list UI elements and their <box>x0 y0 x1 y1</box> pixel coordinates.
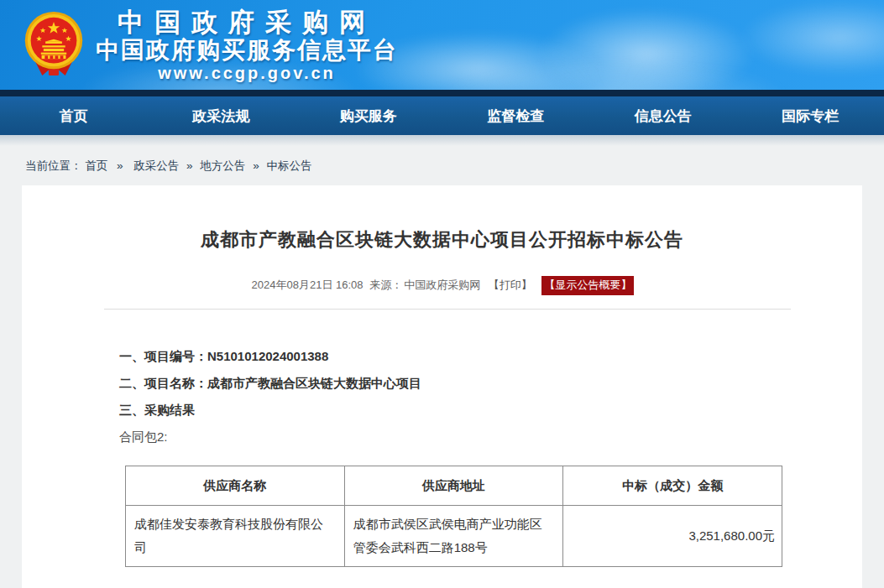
cloud-decoration <box>739 0 884 75</box>
contract-package-label: 合同包2: <box>119 429 862 445</box>
article-meta: 2024年08月21日 16:08 来源：中国政府采购网 【打印】 【显示公告概… <box>22 276 862 295</box>
site-subtitle: 中国政府购买服务信息平台 <box>96 37 398 63</box>
nav-item-international[interactable]: 国际专栏 <box>737 96 884 135</box>
page-title: 成都市产教融合区块链大数据中心项目公开招标中标公告 <box>22 227 862 252</box>
nav-item-supervision[interactable]: 监督检查 <box>442 96 590 135</box>
cell-award-amount: 3,251,680.00元 <box>563 506 782 567</box>
breadcrumb-item-award-notices[interactable]: 中标公告 <box>266 159 311 172</box>
breadcrumb-separator: » <box>186 159 193 172</box>
site-name: 中国政府采购网 <box>96 8 398 37</box>
national-emblem-icon <box>22 9 86 83</box>
cell-supplier-address: 成都市武侯区武侯电商产业功能区管委会武科西二路188号 <box>344 506 563 567</box>
nav-shadow <box>0 135 884 146</box>
cell-supplier-name: 成都佳发安泰教育科技股份有限公司 <box>126 506 345 567</box>
main-navigation: 首页 政采法规 购买服务 监督检查 信息公告 国际专栏 <box>0 96 884 135</box>
breadcrumb-separator: » <box>253 159 259 172</box>
print-button[interactable]: 【打印】 <box>489 278 532 291</box>
article-card: 成都市产教融合区块链大数据中心项目公开招标中标公告 2024年08月21日 16… <box>22 185 862 588</box>
breadcrumb: 当前位置： 首页 » 政采公告 » 地方公告 » 中标公告 <box>0 146 884 185</box>
site-logo[interactable]: 中国政府采购网 中国政府购买服务信息平台 www.ccgp.gov.cn <box>22 8 398 83</box>
source-label: 来源： <box>369 278 402 291</box>
breadcrumb-label: 当前位置： <box>25 159 82 172</box>
table-row: 成都佳发安泰教育科技股份有限公司 成都市武侯区武侯电商产业功能区管委会武科西二路… <box>126 506 782 567</box>
header-supplier-name: 供应商名称 <box>126 466 345 506</box>
show-summary-button[interactable]: 【显示公告概要】 <box>541 276 634 295</box>
publish-datetime: 2024年08月21日 16:08 <box>252 278 364 291</box>
breadcrumb-item-local-notices[interactable]: 地方公告 <box>200 159 245 172</box>
header-award-amount: 中标（成交）金额 <box>563 466 782 506</box>
award-result-table: 供应商名称 供应商地址 中标（成交）金额 成都佳发安泰教育科技股份有限公司 成都… <box>125 466 782 567</box>
header-supplier-address: 供应商地址 <box>344 466 563 506</box>
table-header-row: 供应商名称 供应商地址 中标（成交）金额 <box>126 466 782 506</box>
nav-item-announcements[interactable]: 信息公告 <box>589 96 737 135</box>
nav-item-home[interactable]: 首页 <box>0 96 148 135</box>
project-number-line: 一、项目编号：N5101012024001388 <box>119 348 862 365</box>
breadcrumb-separator: » <box>117 159 123 172</box>
nav-item-purchase-services[interactable]: 购买服务 <box>295 96 442 135</box>
breadcrumb-item-home[interactable]: 首页 <box>85 159 107 172</box>
nav-item-regulations[interactable]: 政采法规 <box>148 96 296 135</box>
nav-top-strip <box>0 90 884 96</box>
source-name: 中国政府采购网 <box>404 278 480 291</box>
project-name-line: 二、项目名称：成都市产教融合区块链大数据中心项目 <box>119 375 862 392</box>
breadcrumb-item-procurement-notices[interactable]: 政采公告 <box>133 159 179 172</box>
site-header: 中国政府采购网 中国政府购买服务信息平台 www.ccgp.gov.cn <box>0 0 884 90</box>
procurement-result-line: 三、采购结果 <box>119 402 862 419</box>
article-body: 一、项目编号：N5101012024001388 二、项目名称：成都市产教融合区… <box>22 310 862 567</box>
site-url: www.ccgp.gov.cn <box>96 63 398 83</box>
